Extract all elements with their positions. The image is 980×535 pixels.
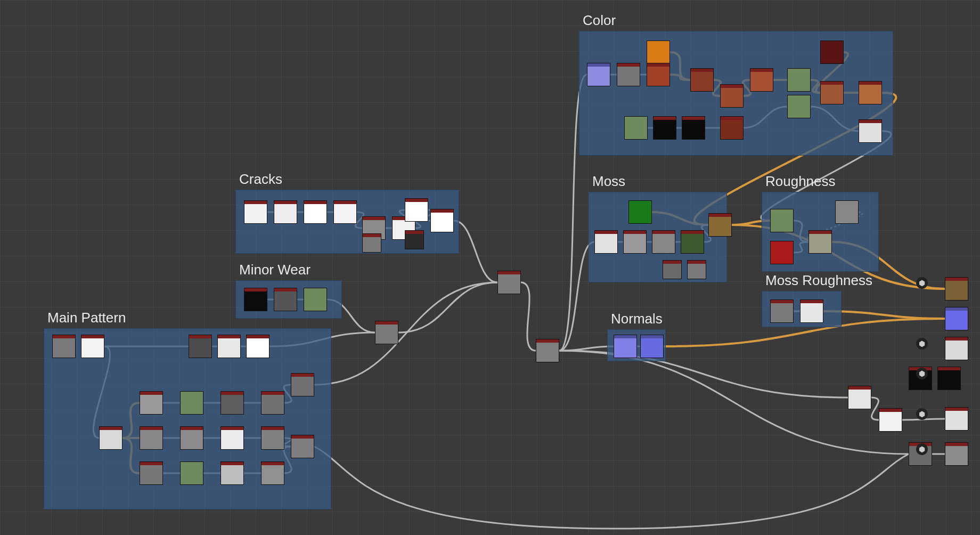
graph-node[interactable]: [244, 200, 267, 224]
graph-node[interactable]: [291, 435, 314, 458]
graph-node[interactable]: [180, 391, 203, 415]
node-thumb: [663, 264, 681, 279]
graph-node[interactable]: [497, 271, 521, 294]
node-thumb: [405, 202, 428, 221]
graph-node[interactable]: [682, 116, 705, 140]
graph-node[interactable]: [220, 391, 244, 415]
graph-node[interactable]: [261, 426, 284, 450]
graph-node[interactable]: [690, 68, 714, 92]
graph-node[interactable]: [808, 230, 832, 254]
graph-node[interactable]: [647, 63, 670, 86]
graph-node[interactable]: [304, 288, 327, 311]
graph-node[interactable]: [261, 391, 284, 415]
node-thumb: [262, 465, 284, 484]
node-thumb: [536, 343, 559, 362]
graph-node[interactable]: [640, 335, 664, 358]
output-slot[interactable]: ⬢: [930, 361, 954, 386]
graph-node[interactable]: [945, 307, 968, 330]
node-thumb: [801, 303, 823, 322]
graph-node[interactable]: [663, 260, 682, 279]
graph-node[interactable]: [787, 68, 811, 92]
graph-node[interactable]: [859, 81, 882, 104]
graph-node[interactable]: [835, 200, 859, 224]
graph-node[interactable]: [770, 299, 794, 323]
graph-node[interactable]: [708, 213, 732, 237]
node-thumb: [859, 85, 881, 104]
node-thumb: [221, 465, 243, 484]
graph-node[interactable]: [653, 116, 676, 140]
graph-node[interactable]: [787, 95, 811, 118]
node-thumb: [624, 234, 646, 253]
graph-node[interactable]: [304, 200, 327, 224]
graph-node[interactable]: [617, 63, 640, 86]
graph-node[interactable]: [140, 391, 163, 415]
graph-node[interactable]: [652, 230, 675, 254]
graph-node[interactable]: [220, 426, 244, 450]
node-thumb: [363, 237, 381, 252]
node-thumb: [221, 395, 243, 414]
graph-node[interactable]: [246, 335, 270, 358]
graph-node[interactable]: [405, 230, 424, 249]
node-thumb: [595, 234, 617, 253]
graph-node[interactable]: [879, 408, 902, 432]
graph-node[interactable]: [536, 339, 559, 362]
node-thumb: [691, 72, 713, 91]
graph-node[interactable]: [362, 233, 381, 253]
frame-label: Minor Wear: [239, 262, 311, 278]
graph-node[interactable]: [405, 198, 428, 222]
graph-node[interactable]: [681, 230, 704, 254]
node-thumb: [625, 120, 647, 139]
node-thumb: [771, 303, 793, 322]
graph-node[interactable]: [800, 299, 823, 323]
graph-node[interactable]: [587, 63, 610, 86]
graph-node[interactable]: [261, 461, 284, 485]
graph-node[interactable]: [750, 68, 773, 92]
graph-node[interactable]: [647, 40, 670, 64]
output-slot[interactable]: ⬢: [930, 271, 954, 295]
node-thumb: [945, 311, 968, 330]
graph-node[interactable]: [624, 116, 648, 140]
graph-node[interactable]: [720, 84, 744, 108]
graph-node[interactable]: [820, 81, 844, 104]
graph-node[interactable]: [848, 386, 871, 409]
graph-node[interactable]: [180, 461, 203, 485]
graph-node[interactable]: [140, 461, 163, 485]
graph-node[interactable]: [770, 241, 794, 264]
graph-node[interactable]: [770, 209, 794, 232]
graph-node[interactable]: [614, 335, 637, 358]
output-slot[interactable]: ⬢: [930, 402, 954, 426]
graph-node[interactable]: [274, 288, 297, 311]
node-thumb: [587, 67, 610, 86]
node-thumb: [654, 120, 676, 139]
graph-node[interactable]: [274, 200, 297, 224]
frame-label: Main Pattern: [47, 310, 126, 326]
graph-node[interactable]: [687, 260, 706, 279]
graph-node[interactable]: [333, 200, 357, 224]
node-thumb: [809, 234, 831, 253]
graph-node[interactable]: [430, 209, 454, 232]
cube-icon: ⬢: [916, 338, 928, 350]
graph-node[interactable]: [628, 200, 652, 224]
graph-node[interactable]: [217, 335, 241, 358]
graph-node[interactable]: [623, 230, 647, 254]
node-thumb: [291, 439, 314, 458]
node-thumb: [291, 377, 314, 396]
graph-node[interactable]: [220, 461, 244, 485]
graph-node[interactable]: [52, 335, 76, 358]
graph-node[interactable]: [859, 119, 882, 143]
node-thumb: [140, 465, 162, 484]
graph-node[interactable]: [594, 230, 618, 254]
graph-node[interactable]: [189, 335, 212, 358]
graph-node[interactable]: [720, 116, 744, 140]
graph-node[interactable]: [99, 426, 123, 450]
graph-node[interactable]: [140, 426, 163, 450]
output-slot[interactable]: ⬢: [930, 437, 954, 461]
graph-node[interactable]: [81, 335, 104, 358]
graph-node[interactable]: [291, 373, 314, 396]
graph-node[interactable]: [180, 426, 203, 450]
graph-node[interactable]: [244, 288, 267, 311]
output-slot[interactable]: ⬢: [930, 331, 954, 356]
graph-node[interactable]: [820, 40, 844, 64]
node-thumb: [647, 67, 669, 86]
graph-node[interactable]: [375, 321, 398, 344]
